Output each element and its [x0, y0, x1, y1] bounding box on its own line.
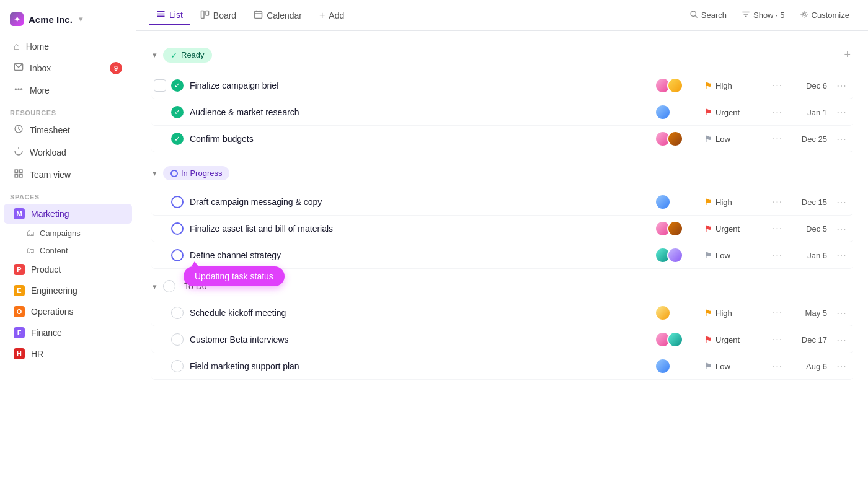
- sidebar-subitem-campaigns[interactable]: 🗂 Campaigns: [4, 225, 132, 241]
- task-options-dots[interactable]: ···: [766, 80, 789, 91]
- todo-collapse-btn[interactable]: ▾: [151, 281, 158, 292]
- sidebar-item-engineering[interactable]: E Engineering: [4, 281, 132, 300]
- svg-point-2: [18, 89, 19, 90]
- sidebar-item-marketing[interactable]: M Marketing: [4, 204, 132, 224]
- sidebar-item-more[interactable]: More: [4, 80, 132, 101]
- task-priority[interactable]: ⚑ Urgent: [704, 335, 766, 344]
- task-status-inprogress[interactable]: [171, 222, 184, 235]
- task-options-dots[interactable]: ···: [766, 223, 789, 234]
- updating-task-status-tooltip: Updating task status: [184, 266, 285, 286]
- ready-check-icon: ✓: [170, 50, 178, 60]
- sidebar-item-label: Marketing: [31, 209, 69, 219]
- inprogress-collapse-btn[interactable]: ▾: [151, 167, 158, 179]
- sidebar-item-home[interactable]: ⌂ Home: [4, 37, 132, 56]
- task-name: Define channel strategy: [190, 250, 655, 260]
- task-status-done[interactable]: ✓: [171, 106, 184, 118]
- task-date: Aug 6: [789, 362, 832, 371]
- sidebar-item-workload[interactable]: Workload: [4, 142, 132, 163]
- task-more-button[interactable]: ⋯: [832, 334, 851, 346]
- todo-circle-icon: [163, 280, 175, 292]
- task-more-button[interactable]: ⋯: [832, 133, 851, 145]
- task-status-done[interactable]: ✓: [171, 79, 184, 92]
- customize-button[interactable]: Customize: [794, 7, 856, 24]
- priority-flag-icon: ⚑: [704, 335, 712, 344]
- priority-flag-icon: ⚑: [704, 107, 712, 117]
- task-more-button[interactable]: ⋯: [832, 307, 851, 319]
- sidebar-item-operations[interactable]: O Operations: [4, 302, 132, 322]
- task-options-dots[interactable]: ···: [766, 133, 789, 144]
- task-checkbox[interactable]: [154, 79, 166, 92]
- task-date: Dec 17: [789, 335, 832, 344]
- sidebar-item-finance[interactable]: F Finance: [4, 323, 132, 343]
- sidebar-item-label: Finance: [31, 328, 62, 338]
- table-row: Updating task status Define channel stra…: [151, 242, 853, 269]
- ready-collapse-btn[interactable]: ▾: [151, 49, 158, 61]
- task-more-button[interactable]: ⋯: [832, 107, 851, 118]
- task-status-inprogress[interactable]: Updating task status: [171, 249, 184, 261]
- sidebar-item-inbox[interactable]: Inbox 9: [4, 58, 132, 79]
- task-avatars: [655, 247, 704, 263]
- task-priority[interactable]: ⚑ Low: [704, 361, 766, 371]
- logo-star: ✦: [14, 15, 20, 24]
- task-options-dots[interactable]: ···: [766, 250, 789, 261]
- tab-list[interactable]: List: [149, 6, 190, 25]
- task-avatars: [655, 221, 704, 237]
- task-options-dots[interactable]: ···: [766, 196, 789, 208]
- table-row: Schedule kickoff meeting ⚑ High ··· May …: [151, 300, 853, 326]
- sidebar-item-label: Engineering: [31, 286, 78, 296]
- sidebar-item-label: Workload: [30, 147, 66, 157]
- task-priority[interactable]: ⚑ Low: [704, 250, 766, 260]
- task-status-todo[interactable]: [171, 333, 184, 346]
- task-avatars: [655, 194, 704, 210]
- tab-add[interactable]: + Add: [312, 6, 352, 25]
- sidebar-item-product[interactable]: P Product: [4, 260, 132, 279]
- tab-calendar[interactable]: Calendar: [246, 6, 309, 25]
- task-options-dots[interactable]: ···: [766, 361, 789, 372]
- task-more-button[interactable]: ⋯: [832, 80, 851, 92]
- content-area: ▾ ✓ Ready + ✓ Finalize campaign brief ⚑ …: [136, 31, 868, 482]
- app-logo[interactable]: ✦ Acme Inc. ▾: [0, 7, 136, 36]
- svg-rect-14: [255, 11, 262, 18]
- task-priority[interactable]: ⚑ Urgent: [704, 107, 766, 117]
- avatar: [655, 305, 671, 321]
- search-icon: [689, 10, 698, 20]
- ready-status-badge[interactable]: ✓ Ready: [163, 48, 212, 63]
- task-more-button[interactable]: ⋯: [832, 250, 851, 261]
- task-status-inprogress[interactable]: [171, 196, 184, 208]
- task-options-dots[interactable]: ···: [766, 334, 789, 345]
- avatar: [667, 247, 683, 263]
- tab-calendar-label: Calendar: [267, 11, 302, 20]
- sidebar-item-teamview[interactable]: Team view: [4, 164, 132, 185]
- show-button[interactable]: Show · 5: [735, 7, 791, 24]
- task-more-button[interactable]: ⋯: [832, 196, 851, 208]
- search-button[interactable]: Search: [683, 7, 733, 24]
- task-priority[interactable]: ⚑ High: [704, 308, 766, 318]
- ready-add-button[interactable]: +: [841, 46, 853, 64]
- task-name: Schedule kickoff meeting: [190, 308, 655, 318]
- sidebar-subitem-content[interactable]: 🗂 Content: [4, 242, 132, 258]
- engineering-icon: E: [14, 285, 25, 296]
- task-priority[interactable]: ⚑ Low: [704, 134, 766, 144]
- task-status-todo[interactable]: [171, 360, 184, 372]
- task-status-done[interactable]: ✓: [171, 133, 184, 145]
- circle-icon: [171, 360, 184, 372]
- task-options-dots[interactable]: ···: [766, 307, 789, 318]
- tab-board[interactable]: Board: [193, 6, 244, 25]
- task-options-dots[interactable]: ···: [766, 107, 789, 118]
- task-priority[interactable]: ⚑ High: [704, 81, 766, 90]
- task-priority[interactable]: ⚑ Urgent: [704, 224, 766, 234]
- task-priority[interactable]: ⚑ High: [704, 197, 766, 207]
- task-status-todo[interactable]: [171, 307, 184, 319]
- sidebar-item-label: Inbox: [30, 63, 51, 73]
- sidebar-item-timesheet[interactable]: Timesheet: [4, 120, 132, 141]
- task-more-button[interactable]: ⋯: [832, 223, 851, 235]
- task-more-button[interactable]: ⋯: [832, 361, 851, 372]
- priority-label: High: [715, 81, 732, 90]
- circle-icon: [171, 222, 184, 235]
- inprogress-status-badge[interactable]: In Progress: [163, 166, 229, 180]
- spaces-section-label: Spaces: [0, 186, 136, 203]
- main-content: List Board Calendar + Add Search: [136, 0, 868, 482]
- task-date: May 5: [789, 309, 832, 318]
- sidebar-item-hr[interactable]: H HR: [4, 344, 132, 364]
- task-name: Finalize campaign brief: [190, 81, 655, 90]
